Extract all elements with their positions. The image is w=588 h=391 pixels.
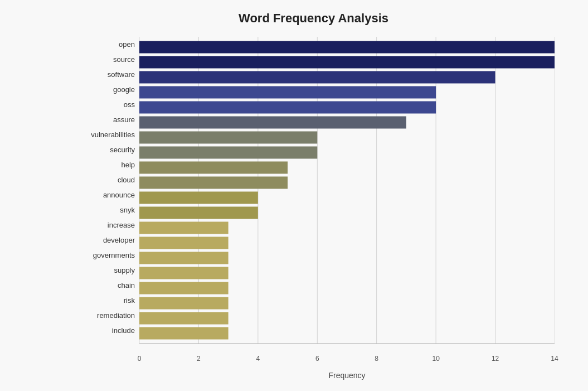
svg-rect-22 bbox=[139, 252, 229, 264]
x-axis-title: Frequency bbox=[328, 371, 365, 380]
bar-label: source bbox=[75, 55, 139, 64]
svg-rect-24 bbox=[139, 282, 229, 295]
x-tick-label: 10 bbox=[432, 355, 439, 363]
svg-rect-27 bbox=[139, 327, 229, 340]
bar-label: include bbox=[75, 326, 139, 335]
svg-rect-26 bbox=[139, 312, 229, 325]
svg-rect-23 bbox=[139, 267, 229, 279]
x-tick-label: 8 bbox=[375, 355, 378, 363]
x-tick-label: 12 bbox=[492, 355, 499, 363]
bar-label: chain bbox=[75, 281, 139, 289]
svg-rect-20 bbox=[139, 222, 229, 234]
bar-label: announce bbox=[75, 191, 139, 199]
bar-label: open bbox=[75, 40, 139, 49]
svg-rect-18 bbox=[139, 192, 258, 204]
bar-label: cloud bbox=[75, 176, 139, 184]
svg-rect-21 bbox=[139, 237, 229, 249]
bar-label: vulnerabilities bbox=[75, 131, 139, 139]
bar-label: increase bbox=[75, 221, 139, 229]
bar-label: assure bbox=[75, 115, 139, 124]
bar-label: software bbox=[75, 70, 139, 79]
svg-rect-10 bbox=[139, 71, 495, 84]
svg-rect-14 bbox=[139, 132, 317, 144]
svg-rect-9 bbox=[139, 56, 555, 69]
svg-rect-11 bbox=[139, 86, 436, 99]
bar-label: supply bbox=[75, 266, 139, 274]
x-tick-label: 14 bbox=[551, 355, 558, 363]
bar-label: risk bbox=[75, 296, 139, 305]
svg-rect-25 bbox=[139, 297, 229, 310]
bar-label: governments bbox=[75, 251, 139, 259]
bar-label: help bbox=[75, 161, 139, 169]
svg-rect-13 bbox=[139, 117, 406, 129]
x-tick-label: 2 bbox=[197, 355, 201, 363]
chart-container: Word Frequency Analysis 02468101214 Freq… bbox=[0, 0, 588, 391]
svg-rect-16 bbox=[139, 162, 288, 174]
x-tick-label: 6 bbox=[315, 355, 319, 363]
bar-label: snyk bbox=[75, 206, 139, 214]
svg-rect-12 bbox=[139, 102, 436, 114]
svg-rect-19 bbox=[139, 207, 258, 219]
x-tick-label: 0 bbox=[138, 355, 142, 363]
svg-rect-15 bbox=[139, 147, 317, 159]
bar-label: security bbox=[75, 146, 139, 154]
x-tick-label: 4 bbox=[256, 355, 260, 363]
bar-label: developer bbox=[75, 236, 139, 244]
svg-rect-8 bbox=[139, 41, 555, 54]
svg-rect-17 bbox=[139, 177, 288, 189]
chart-title: Word Frequency Analysis bbox=[72, 11, 555, 26]
bar-label: google bbox=[75, 85, 139, 94]
bar-label: oss bbox=[75, 100, 139, 109]
bar-label: remediation bbox=[75, 311, 139, 320]
